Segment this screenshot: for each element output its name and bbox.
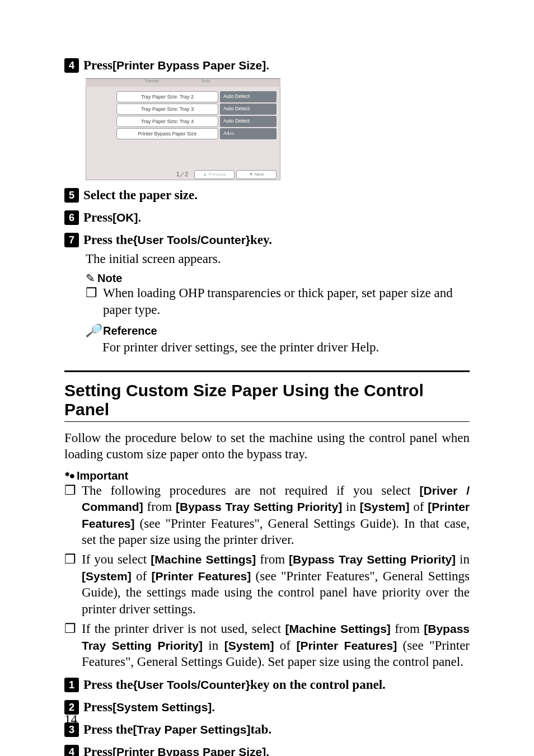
reference-label: Reference <box>103 325 157 337</box>
bullet-icon: ❒ <box>64 621 76 637</box>
step-4-top: 4 Press [Printer Bypass Paper Size]. <box>64 58 470 73</box>
ss-footer: 1／2 ▲ Previous ▼ Next <box>86 170 280 180</box>
ss-row-value: Auto Detect <box>220 116 277 127</box>
note-header: ✎ Note <box>86 271 470 285</box>
important-label: Important <box>77 469 128 482</box>
reference-header: 🔎 Reference <box>86 323 470 338</box>
step-1b-suffix: key on the control panel. <box>250 678 386 692</box>
step-7: 7 Press the { User Tools/Counter } key. <box>64 233 470 247</box>
step-6-label: [OK]. <box>113 211 141 224</box>
step-5: 5 Select the paper size. <box>64 188 470 203</box>
step-1b-prefix: Press the <box>83 678 133 692</box>
important-bullet-text: If you select [Machine Settings] from [B… <box>82 551 470 617</box>
ss-prev-button: ▲ Previous <box>194 170 235 179</box>
ss-row: Tray Paper Size: Tray 2Auto Detect <box>90 91 277 102</box>
bullet-icon: ❒ <box>86 285 97 301</box>
step-4-label: [Printer Bypass Paper Size]. <box>113 59 269 72</box>
important-header: ✱● Important <box>64 469 470 482</box>
section-title: Setting Custom Size Paper Using the Cont… <box>64 381 470 419</box>
step-3-bottom: 3 Press the [Tray Paper Settings] tab. <box>64 722 470 737</box>
step-6: 6 Press [OK]. <box>64 210 470 225</box>
ss-row-label: Printer Bypass Paper Size <box>116 128 218 139</box>
ss-row-value: Auto Detect <box>220 104 277 115</box>
ss-tabs: Transfer Tools <box>86 78 280 87</box>
note-label: Note <box>97 272 122 285</box>
step-7-suffix: key. <box>250 233 272 247</box>
step-number-4: 4 <box>64 58 79 73</box>
step-7-keylabel: User Tools/Counter <box>138 233 246 247</box>
bullet-icon: ❒ <box>64 482 76 499</box>
ss-row-value: A4▭ <box>220 128 277 139</box>
step-7-keyopen: { <box>133 233 137 247</box>
ss-page-counter: 1／2 <box>176 171 188 179</box>
step-2b-prefix: Press <box>83 700 113 715</box>
bullet-icon: ❒ <box>64 551 76 567</box>
important-bullet: ❒If you select [Machine Settings] from [… <box>64 551 470 617</box>
ss-row: Tray Paper Size: Tray 3Auto Detect <box>90 104 277 115</box>
step-4b-prefix: Press <box>83 745 113 756</box>
step-2b-label: [System Settings]. <box>113 701 215 714</box>
step-number-7: 7 <box>64 233 79 247</box>
section-rule-bottom <box>64 421 470 422</box>
ss-tab-transfer: Transfer <box>125 79 179 87</box>
step-5-text: Select the paper size. <box>83 188 198 203</box>
ss-body: Tray Paper Size: Tray 2Auto DetectTray P… <box>86 87 280 180</box>
step-number-4-bottom: 4 <box>64 745 79 756</box>
step-number-5: 5 <box>64 188 79 203</box>
section-intro: Follow the procedure below to set the ma… <box>64 430 470 463</box>
pencil-icon: ✎ <box>86 271 95 285</box>
note-bullet: ❒ When loading OHP transparencies or thi… <box>86 285 470 318</box>
step-4-bottom: 4 Press [Printer Bypass Paper Size]. <box>64 745 470 756</box>
important-bullet-text: If the printer driver is not used, selec… <box>82 621 470 670</box>
step-6-prefix: Press <box>83 210 113 225</box>
step-3b-label: [Tray Paper Settings] <box>133 723 250 736</box>
step-number-1-bottom: 1 <box>64 678 79 692</box>
step-2-bottom: 2 Press [System Settings]. <box>64 700 470 715</box>
magnifier-icon: 🔎 <box>86 323 101 338</box>
important-bullet: ❒If the printer driver is not used, sele… <box>64 621 470 670</box>
page-number: 14 <box>64 712 77 727</box>
important-bullet-text: The following procedures are not require… <box>82 482 470 548</box>
ss-row-label: Tray Paper Size: Tray 3 <box>116 104 218 115</box>
important-bullet: ❒The following procedures are not requir… <box>64 482 470 548</box>
step-7-keyclose: } <box>246 233 250 247</box>
step-3b-prefix: Press the <box>83 722 133 737</box>
ss-row-value: Auto Detect <box>220 91 277 102</box>
step-1b-keyopen: { <box>133 678 137 692</box>
step-7-prefix: Press the <box>83 233 133 247</box>
section-rule-top <box>64 370 470 372</box>
ss-row: Printer Bypass Paper SizeA4▭ <box>90 128 277 139</box>
reference-text: For printer driver settings, see the pri… <box>102 339 470 355</box>
step-4-prefix: Press <box>83 58 113 73</box>
step-number-6: 6 <box>64 210 79 225</box>
step-1-bottom: 1 Press the { User Tools/Counter } key o… <box>64 678 470 692</box>
step-1b-keyclose: } <box>246 678 250 692</box>
important-icon: ✱● <box>64 470 76 481</box>
step-1b-keylabel: User Tools/Counter <box>138 678 246 692</box>
device-screenshot: Transfer Tools Tray Paper Size: Tray 2Au… <box>86 78 280 180</box>
step-7-body: The initial screen appears. <box>86 251 470 267</box>
ss-tab-tools: Tools <box>179 79 233 87</box>
ss-row-label: Tray Paper Size: Tray 4 <box>116 116 218 127</box>
step-4b-label: [Printer Bypass Paper Size]. <box>113 745 269 756</box>
step-3b-suffix: tab. <box>250 722 271 737</box>
ss-row: Tray Paper Size: Tray 4Auto Detect <box>90 116 277 127</box>
ss-next-button: ▼ Next <box>236 170 277 179</box>
ss-row-label: Tray Paper Size: Tray 2 <box>116 91 218 102</box>
ss-tab-left <box>86 79 125 87</box>
ss-spacer <box>86 140 280 170</box>
note-bullet-text: When loading OHP transparencies or thick… <box>103 285 470 318</box>
